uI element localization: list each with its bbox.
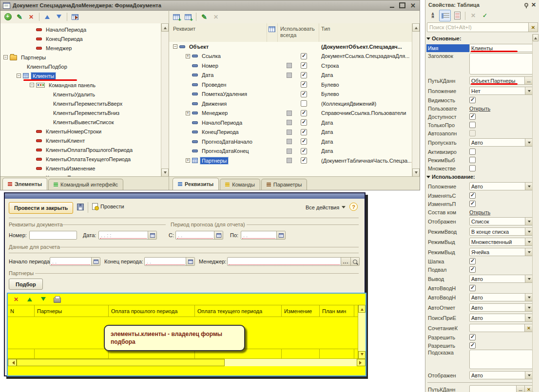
- attribute-row[interactable]: −Объект(ДокументОбъект.Спецзадач...: [169, 42, 412, 51]
- use-always-checkbox[interactable]: [301, 138, 307, 145]
- attr-label[interactable]: Ссылка: [200, 53, 222, 59]
- attr-label[interactable]: НачалоПериода: [200, 119, 244, 126]
- sort-az-button[interactable]: [427, 10, 438, 21]
- print-button[interactable]: [52, 294, 62, 305]
- search-input[interactable]: Поиск (Ctrl+Alt+I): [427, 22, 532, 32]
- chevron-down-icon[interactable]: [525, 238, 533, 245]
- attr-label[interactable]: ПометкаУдаления: [200, 91, 249, 97]
- delete-disabled-button[interactable]: [211, 12, 221, 22]
- scroll-right-icon[interactable]: [357, 359, 366, 366]
- property-checkbox[interactable]: [469, 97, 476, 103]
- move-up-green-button[interactable]: [24, 294, 35, 305]
- tree-row[interactable]: КлиентыНомерСтроки: [0, 127, 161, 136]
- tree-item-label[interactable]: КлиентыПодбор: [25, 63, 69, 70]
- tree-item-label[interactable]: КлиентыНомерСтроки: [44, 128, 103, 135]
- tree-item-label[interactable]: КлиентыПереместитьВниз: [52, 110, 121, 116]
- close-icon[interactable]: ✕: [410, 2, 416, 9]
- property-checkbox[interactable]: [469, 165, 476, 171]
- property-dropdown[interactable]: В конце списка: [469, 227, 533, 236]
- property-dropdown[interactable]: Список: [469, 217, 533, 225]
- calendar-icon[interactable]: [186, 258, 194, 265]
- tab-Командный интерфейс[interactable]: Командный интерфейс: [48, 179, 123, 190]
- property-input[interactable]: ✕: [469, 324, 533, 332]
- property-dropdown[interactable]: Ячейка: [469, 248, 533, 256]
- column-attr[interactable]: Реквизит: [173, 26, 195, 32]
- tab-Команды[interactable]: Команды: [220, 179, 260, 190]
- post-and-close-button[interactable]: Провести и закрыть: [9, 202, 73, 214]
- tree-item-label[interactable]: КлиентыВывестиСписок: [52, 119, 115, 126]
- tree-item-label[interactable]: КлиентыУдалить: [52, 91, 96, 98]
- search-icon[interactable]: [350, 258, 359, 265]
- attribute-row[interactable]: ПометкаУдаленияБулево: [169, 90, 412, 99]
- scroll-down-icon[interactable]: [412, 168, 420, 177]
- clear-icon[interactable]: ✕: [524, 324, 533, 332]
- tree-row[interactable]: КлиентыУдалить: [0, 90, 161, 99]
- attr-label[interactable]: Проведен: [200, 81, 228, 88]
- tree-item-label[interactable]: Партнеры: [19, 54, 47, 61]
- tree-item-label[interactable]: КлиентыКлиент: [44, 137, 86, 144]
- tree-row[interactable]: КлиентыИзменение: [0, 164, 161, 173]
- property-checkbox[interactable]: [469, 334, 476, 340]
- number-field[interactable]: [29, 231, 77, 240]
- attr-expander[interactable]: −: [173, 44, 177, 49]
- attr-expander[interactable]: +: [186, 54, 190, 58]
- attr-label[interactable]: КонецПериода: [200, 129, 240, 135]
- tree-scrollbar[interactable]: [161, 23, 169, 177]
- close-icon[interactable]: ✕: [531, 2, 536, 8]
- property-dropdown[interactable]: Авто: [469, 314, 533, 322]
- property-input[interactable]: Клиенты: [469, 44, 533, 52]
- calendar-icon[interactable]: [91, 258, 100, 265]
- scroll-down-icon[interactable]: [161, 168, 169, 177]
- tree-row[interactable]: НачалоПериода: [0, 25, 161, 34]
- move-down-button[interactable]: [54, 12, 64, 22]
- tree-expander[interactable]: −: [30, 83, 34, 87]
- attr-expander[interactable]: +: [186, 111, 190, 115]
- use-always-checkbox[interactable]: [301, 129, 307, 135]
- property-dropdown[interactable]: Нет: [469, 87, 533, 95]
- property-checkbox[interactable]: [469, 266, 476, 273]
- property-input[interactable]: Объект.Партнеры...: [469, 76, 533, 85]
- search-clear-icon[interactable]: ✕: [528, 22, 538, 32]
- tree-row[interactable]: −Партнеры: [0, 53, 161, 62]
- move-up-button[interactable]: [42, 12, 53, 22]
- tree-row[interactable]: КлиентыПереместитьВверх: [0, 99, 161, 108]
- add-button[interactable]: [2, 12, 13, 22]
- delete-red-button[interactable]: [11, 294, 21, 305]
- use-always-checkbox[interactable]: [301, 110, 307, 116]
- categories-button[interactable]: [439, 10, 451, 21]
- tree-row[interactable]: КлиентыОплатаТекущегоПериода: [0, 154, 161, 164]
- tree-item-label[interactable]: Командная панель: [47, 82, 97, 89]
- property-checkbox[interactable]: [469, 122, 476, 128]
- minimize-icon[interactable]: [390, 7, 394, 8]
- delete-button[interactable]: [26, 12, 37, 22]
- date-field[interactable]: . . : :: [98, 231, 157, 240]
- property-dropdown[interactable]: Авто: [469, 138, 533, 147]
- tree-expander[interactable]: −: [17, 74, 21, 78]
- attr-expander[interactable]: +: [186, 158, 190, 163]
- property-checkbox[interactable]: [469, 192, 476, 199]
- use-always-checkbox[interactable]: [301, 119, 307, 126]
- attribute-row[interactable]: ПроведенБулево: [169, 80, 412, 89]
- tree-row[interactable]: КлиентыОплатаПрошлогоПериода: [0, 145, 161, 154]
- scroll-up-icon[interactable]: [358, 305, 366, 313]
- move-down-green-button[interactable]: [38, 294, 49, 305]
- attr-label[interactable]: Номер: [200, 62, 220, 69]
- property-dropdown[interactable]: Авто: [469, 371, 533, 379]
- clear-button[interactable]: [468, 10, 479, 21]
- manager-field[interactable]: ...: [227, 257, 360, 266]
- grid-column-header[interactable]: Изменение: [282, 305, 320, 317]
- edit-button[interactable]: [14, 12, 25, 22]
- calendar-icon[interactable]: [276, 231, 285, 239]
- chevron-down-icon[interactable]: [525, 248, 533, 256]
- grid-column-header[interactable]: Оплата текущего периода: [195, 305, 282, 317]
- scroll-up-icon[interactable]: [412, 23, 420, 32]
- grid-vscrollbar[interactable]: [358, 305, 366, 359]
- scroll-down-icon[interactable]: [358, 351, 366, 359]
- tree-row[interactable]: КлиентыПодбор: [0, 62, 161, 71]
- chevron-down-icon[interactable]: [525, 372, 533, 379]
- tab-Параметры[interactable]: Параметры: [261, 179, 308, 190]
- select-dots-icon[interactable]: ...: [516, 386, 524, 392]
- tab-Элементы[interactable]: Элементы: [2, 178, 47, 190]
- pages-button[interactable]: [452, 10, 462, 21]
- property-checkbox[interactable]: [469, 342, 476, 349]
